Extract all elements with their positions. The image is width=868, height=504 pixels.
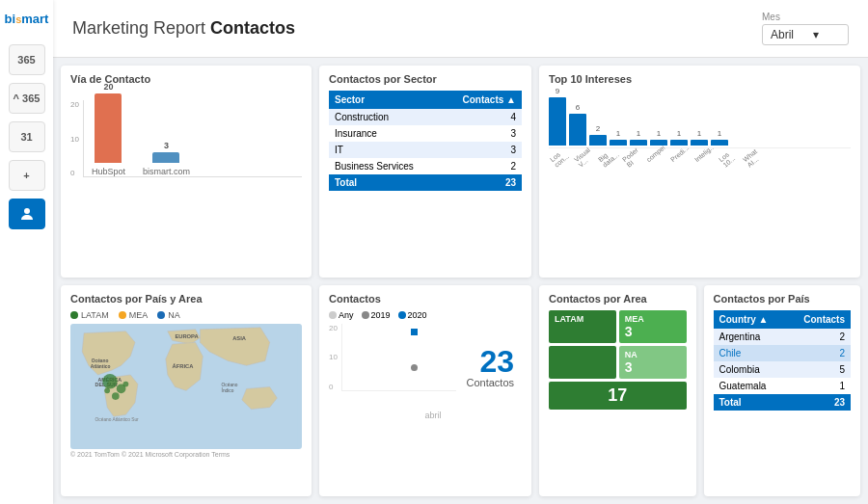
card-area-title: Contactos por Area (549, 293, 687, 305)
na-value: 3 (625, 359, 681, 375)
user-icon (19, 206, 35, 222)
table-row: Guatemala1 (714, 378, 852, 394)
intereses-bars: 9 6 2 1 1 (549, 91, 851, 148)
title-prefix: Marketing Report (72, 18, 210, 38)
sidebar-item-user[interactable] (9, 199, 45, 229)
svg-text:Índico: Índico (222, 387, 234, 393)
hubspot-bar (95, 93, 122, 163)
sector-table: Sector Contacts ▲ Construction4 Insuranc… (329, 91, 522, 191)
dot-2020-high (411, 329, 418, 335)
dashboard: Vía de Contacto 20 10 0 20 HubSpot 3 (53, 58, 868, 504)
mea-value: 3 (625, 324, 681, 339)
logo: bismart (5, 10, 49, 27)
any-legend-dot (329, 311, 337, 319)
card-sector-title: Contactos por Sector (329, 73, 522, 85)
mes-filter[interactable]: Mes Abril ▾ (762, 12, 849, 45)
legend-2020-dot (398, 311, 406, 319)
via-chart: 20 10 0 20 HubSpot 3 bismart.com (70, 91, 302, 177)
sector-total-row: Total23 (329, 174, 522, 191)
mea-header: MEA (625, 314, 681, 324)
table-row: Argentina2 (714, 329, 852, 345)
latam-total-value: 17 (608, 385, 627, 405)
na-dot (157, 311, 165, 319)
table-row: Insurance3 (329, 125, 522, 142)
title-bold: Contactos (210, 18, 295, 38)
svg-text:Atlántico: Atlántico (91, 364, 111, 369)
table-row: Business Services2 (329, 158, 522, 174)
pais-table-body: Argentina2 Chile2 Colombia5 Guatemala1 (714, 329, 852, 394)
hubspot-value: 20 (103, 82, 113, 92)
mea-cell: MEA 3 (619, 310, 687, 343)
contactos-plot-area (341, 324, 457, 391)
int-bar-1: 9 (549, 87, 566, 146)
svg-point-0 (24, 208, 30, 214)
int-bar-9: 1 (711, 129, 728, 146)
legend-mea: MEA (119, 310, 149, 320)
intereses-labels: Los con... Visual V... Big data... Poder… (549, 150, 851, 172)
latam-dot (70, 311, 78, 319)
bismart-bar-group: 3 bismart.com (143, 141, 190, 176)
sidebar-item-31[interactable]: 31 (9, 121, 45, 152)
latam-header: LATAM (555, 314, 610, 324)
hubspot-bar-group: 20 HubSpot (92, 82, 125, 176)
int-bar-4: 1 (610, 129, 627, 146)
card-intereses: Top 10 Intereses 9 6 2 1 (539, 66, 860, 278)
table-row: Construction4 (329, 109, 522, 125)
svg-text:Océano: Océano (222, 383, 238, 387)
header: Marketing Report Contactos Mes Abril ▾ (53, 0, 868, 58)
latam-value-cell (549, 346, 616, 379)
svg-point-15 (104, 387, 110, 393)
area-grid: LATAM MEA 3 NA 3 (549, 310, 687, 379)
legend-latam: LATAM (70, 310, 109, 320)
card-intereses-title: Top 10 Intereses (549, 73, 851, 85)
contactos-big-number: 23 (479, 346, 514, 377)
mea-dot (119, 311, 126, 319)
svg-text:ÁFRICA: ÁFRICA (173, 363, 195, 369)
bismart-value: 3 (164, 141, 169, 150)
sidebar: bismart 365 ^ 365 31 + (0, 0, 53, 504)
svg-point-14 (112, 392, 120, 400)
svg-text:Océano Atlántico Sur: Océano Atlántico Sur (95, 417, 139, 422)
table-row: Colombia5 (714, 361, 852, 378)
map-legend: LATAM MEA NA (70, 310, 302, 320)
card-contactos-chart: Contactos Any 2019 2020 20 10 0 (319, 285, 531, 497)
card-contactos-title: Contactos (329, 293, 522, 305)
map-copyright: © 2021 TomTom © 2021 Microsoft Corporati… (70, 451, 302, 458)
contactos-label: Contactos (466, 377, 514, 388)
pais-total-row: Total23 (714, 394, 852, 411)
contactos-x-label: abril (344, 411, 522, 420)
svg-text:EUROPA: EUROPA (175, 333, 199, 339)
contacts-col-header: Contacts ▲ (441, 91, 522, 109)
country-col-header: Country ▲ (714, 310, 787, 329)
int-bar-7: 1 (670, 129, 688, 146)
contactos-legend: Any 2019 2020 (329, 310, 522, 320)
main-content: Marketing Report Contactos Mes Abril ▾ V… (53, 0, 868, 504)
na-header: NA (625, 350, 681, 359)
map-container: EUROPA ASIA ÁFRICA Océano Atlántico AMÉR… (70, 324, 302, 449)
card-via-contacto: Vía de Contacto 20 10 0 20 HubSpot 3 (61, 66, 312, 278)
latam-cell: LATAM (549, 310, 616, 343)
sidebar-item-add[interactable]: + (9, 160, 45, 191)
via-bars: 20 HubSpot 3 bismart.com (83, 100, 302, 177)
card-sector: Contactos por Sector Sector Contacts ▲ C… (319, 66, 531, 278)
mes-select[interactable]: Abril ▾ (762, 24, 849, 45)
int-bar-3: 2 (589, 124, 607, 146)
via-y-axis: 20 10 0 (70, 100, 83, 177)
card-map: Contactos por País y Area LATAM MEA NA (61, 285, 312, 497)
sector-col-header: Sector (329, 91, 441, 109)
bismart-bar (152, 152, 179, 163)
page-title: Marketing Report Contactos (72, 18, 295, 39)
dot-2019-low (411, 364, 418, 371)
legend-2019-dot (362, 311, 369, 319)
na-cell: NA 3 (619, 346, 687, 379)
svg-point-16 (123, 381, 129, 386)
svg-point-12 (102, 374, 117, 388)
sidebar-item-365[interactable]: 365 (9, 44, 45, 75)
bismart-label: bismart.com (143, 167, 190, 176)
svg-text:ASIA: ASIA (232, 335, 247, 341)
card-pais-title: Contactos por País (714, 293, 852, 305)
contactos-y-axis: 20 10 0 (329, 324, 341, 391)
sidebar-item-365-up[interactable]: ^ 365 (9, 83, 45, 114)
table-row: IT3 (329, 142, 522, 158)
sector-table-body: Construction4 Insurance3 IT3 Business Se… (329, 109, 522, 174)
